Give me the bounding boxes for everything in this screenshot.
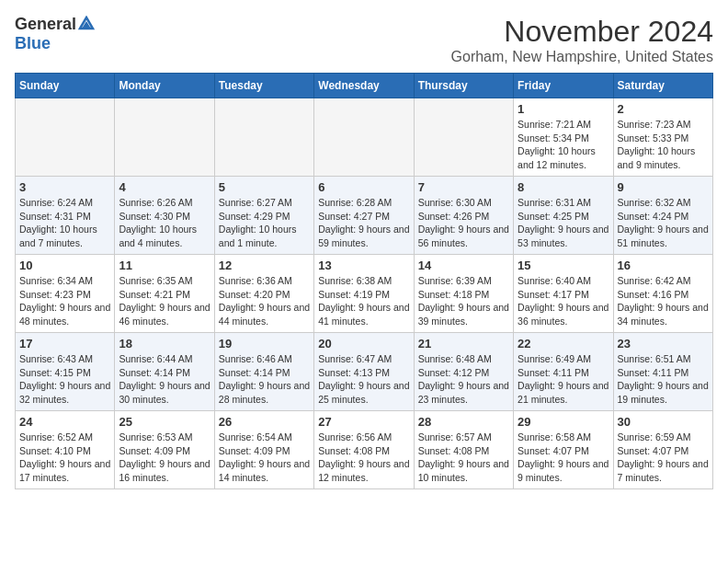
calendar-cell: 8Sunrise: 6:31 AM Sunset: 4:25 PM Daylig… xyxy=(514,177,613,255)
calendar-cell: 23Sunrise: 6:51 AM Sunset: 4:11 PM Dayli… xyxy=(613,333,712,411)
calendar-cell: 3Sunrise: 6:24 AM Sunset: 4:31 PM Daylig… xyxy=(16,177,115,255)
weekday-header-monday: Monday xyxy=(115,74,214,98)
day-info: Sunrise: 6:52 AM Sunset: 4:10 PM Dayligh… xyxy=(19,431,110,485)
calendar-cell: 25Sunrise: 6:53 AM Sunset: 4:09 PM Dayli… xyxy=(115,411,214,489)
logo-general-text: General xyxy=(15,15,76,34)
day-info: Sunrise: 6:26 AM Sunset: 4:30 PM Dayligh… xyxy=(119,196,210,250)
calendar-week-row: 10Sunrise: 6:34 AM Sunset: 4:23 PM Dayli… xyxy=(16,255,713,333)
day-number: 24 xyxy=(19,415,110,429)
calendar-cell: 11Sunrise: 6:35 AM Sunset: 4:21 PM Dayli… xyxy=(115,255,214,333)
day-number: 19 xyxy=(219,337,310,350)
day-info: Sunrise: 6:47 AM Sunset: 4:13 PM Dayligh… xyxy=(318,352,409,407)
day-info: Sunrise: 6:59 AM Sunset: 4:07 PM Dayligh… xyxy=(618,431,709,485)
weekday-header-friday: Friday xyxy=(514,74,613,98)
day-info: Sunrise: 6:27 AM Sunset: 4:29 PM Dayligh… xyxy=(219,196,310,250)
day-info: Sunrise: 6:24 AM Sunset: 4:31 PM Dayligh… xyxy=(19,196,110,250)
logo: General Blue xyxy=(15,15,95,53)
day-info: Sunrise: 6:46 AM Sunset: 4:14 PM Dayligh… xyxy=(219,352,310,407)
day-number: 17 xyxy=(19,337,110,350)
month-title: November 2024 xyxy=(451,15,713,49)
weekday-header-sunday: Sunday xyxy=(16,74,115,98)
calendar-cell: 12Sunrise: 6:36 AM Sunset: 4:20 PM Dayli… xyxy=(214,255,313,333)
calendar-cell: 13Sunrise: 6:38 AM Sunset: 4:19 PM Dayli… xyxy=(314,255,414,333)
calendar-week-row: 17Sunrise: 6:43 AM Sunset: 4:15 PM Dayli… xyxy=(16,333,713,411)
day-number: 12 xyxy=(219,259,310,272)
day-number: 27 xyxy=(318,415,409,429)
calendar-cell: 18Sunrise: 6:44 AM Sunset: 4:14 PM Dayli… xyxy=(115,333,214,411)
calendar-cell: 15Sunrise: 6:40 AM Sunset: 4:17 PM Dayli… xyxy=(514,255,613,333)
weekday-header-row: SundayMondayTuesdayWednesdayThursdayFrid… xyxy=(16,74,713,98)
calendar-cell: 19Sunrise: 6:46 AM Sunset: 4:14 PM Dayli… xyxy=(214,333,313,411)
calendar-cell: 24Sunrise: 6:52 AM Sunset: 4:10 PM Dayli… xyxy=(16,411,115,489)
calendar-week-row: 1Sunrise: 7:21 AM Sunset: 5:34 PM Daylig… xyxy=(16,98,713,177)
day-number: 15 xyxy=(518,259,609,272)
day-number: 28 xyxy=(418,415,509,429)
calendar-cell: 4Sunrise: 6:26 AM Sunset: 4:30 PM Daylig… xyxy=(115,177,214,255)
weekday-header-tuesday: Tuesday xyxy=(214,74,313,98)
day-info: Sunrise: 6:44 AM Sunset: 4:14 PM Dayligh… xyxy=(119,352,210,407)
day-number: 3 xyxy=(19,180,110,194)
day-info: Sunrise: 6:31 AM Sunset: 4:25 PM Dayligh… xyxy=(518,196,609,250)
day-info: Sunrise: 6:42 AM Sunset: 4:16 PM Dayligh… xyxy=(618,274,709,328)
calendar-cell: 1Sunrise: 7:21 AM Sunset: 5:34 PM Daylig… xyxy=(514,98,613,177)
day-number: 21 xyxy=(418,337,509,350)
day-info: Sunrise: 6:34 AM Sunset: 4:23 PM Dayligh… xyxy=(19,274,110,328)
day-number: 7 xyxy=(418,180,509,194)
day-number: 22 xyxy=(518,337,609,350)
day-info: Sunrise: 6:49 AM Sunset: 4:11 PM Dayligh… xyxy=(518,352,609,407)
calendar-cell xyxy=(16,98,115,177)
day-info: Sunrise: 6:58 AM Sunset: 4:07 PM Dayligh… xyxy=(518,431,609,485)
logo-blue-text: Blue xyxy=(15,34,51,52)
day-info: Sunrise: 6:40 AM Sunset: 4:17 PM Dayligh… xyxy=(518,274,609,328)
calendar-cell: 9Sunrise: 6:32 AM Sunset: 4:24 PM Daylig… xyxy=(613,177,712,255)
page-header: General Blue November 2024 Gorham, New H… xyxy=(15,15,713,65)
day-number: 29 xyxy=(518,415,609,429)
calendar-cell: 28Sunrise: 6:57 AM Sunset: 4:08 PM Dayli… xyxy=(414,411,513,489)
day-number: 26 xyxy=(219,415,310,429)
title-section: November 2024 Gorham, New Hampshire, Uni… xyxy=(451,15,713,65)
calendar-cell xyxy=(414,98,513,177)
calendar-cell: 16Sunrise: 6:42 AM Sunset: 4:16 PM Dayli… xyxy=(613,255,712,333)
calendar-cell: 2Sunrise: 7:23 AM Sunset: 5:33 PM Daylig… xyxy=(613,98,712,177)
calendar-table: SundayMondayTuesdayWednesdayThursdayFrid… xyxy=(15,73,713,489)
calendar-cell: 29Sunrise: 6:58 AM Sunset: 4:07 PM Dayli… xyxy=(514,411,613,489)
day-info: Sunrise: 7:23 AM Sunset: 5:33 PM Dayligh… xyxy=(618,118,709,172)
weekday-header-wednesday: Wednesday xyxy=(314,74,414,98)
calendar-cell: 17Sunrise: 6:43 AM Sunset: 4:15 PM Dayli… xyxy=(16,333,115,411)
day-info: Sunrise: 6:38 AM Sunset: 4:19 PM Dayligh… xyxy=(318,274,409,328)
day-number: 16 xyxy=(618,259,709,272)
day-number: 6 xyxy=(318,180,409,194)
calendar-cell: 20Sunrise: 6:47 AM Sunset: 4:13 PM Dayli… xyxy=(314,333,414,411)
calendar-cell: 7Sunrise: 6:30 AM Sunset: 4:26 PM Daylig… xyxy=(414,177,513,255)
day-info: Sunrise: 6:54 AM Sunset: 4:09 PM Dayligh… xyxy=(219,431,310,485)
day-info: Sunrise: 6:43 AM Sunset: 4:15 PM Dayligh… xyxy=(19,352,110,407)
day-info: Sunrise: 6:48 AM Sunset: 4:12 PM Dayligh… xyxy=(418,352,509,407)
day-info: Sunrise: 6:39 AM Sunset: 4:18 PM Dayligh… xyxy=(418,274,509,328)
day-number: 2 xyxy=(618,102,709,116)
day-info: Sunrise: 7:21 AM Sunset: 5:34 PM Dayligh… xyxy=(518,118,609,172)
day-number: 13 xyxy=(318,259,409,272)
calendar-cell: 6Sunrise: 6:28 AM Sunset: 4:27 PM Daylig… xyxy=(314,177,414,255)
weekday-header-thursday: Thursday xyxy=(414,74,513,98)
day-number: 5 xyxy=(219,180,310,194)
day-number: 14 xyxy=(418,259,509,272)
day-info: Sunrise: 6:35 AM Sunset: 4:21 PM Dayligh… xyxy=(119,274,210,328)
calendar-cell xyxy=(214,98,313,177)
calendar-week-row: 24Sunrise: 6:52 AM Sunset: 4:10 PM Dayli… xyxy=(16,411,713,489)
day-info: Sunrise: 6:57 AM Sunset: 4:08 PM Dayligh… xyxy=(418,431,509,485)
day-info: Sunrise: 6:28 AM Sunset: 4:27 PM Dayligh… xyxy=(318,196,409,250)
day-info: Sunrise: 6:56 AM Sunset: 4:08 PM Dayligh… xyxy=(318,431,409,485)
location-subtitle: Gorham, New Hampshire, United States xyxy=(451,49,713,65)
day-number: 23 xyxy=(618,337,709,350)
day-number: 20 xyxy=(318,337,409,350)
day-info: Sunrise: 6:30 AM Sunset: 4:26 PM Dayligh… xyxy=(418,196,509,250)
calendar-week-row: 3Sunrise: 6:24 AM Sunset: 4:31 PM Daylig… xyxy=(16,177,713,255)
logo-triangle-icon xyxy=(78,16,95,34)
day-number: 1 xyxy=(518,102,609,116)
calendar-cell: 27Sunrise: 6:56 AM Sunset: 4:08 PM Dayli… xyxy=(314,411,414,489)
calendar-cell: 14Sunrise: 6:39 AM Sunset: 4:18 PM Dayli… xyxy=(414,255,513,333)
calendar-cell: 21Sunrise: 6:48 AM Sunset: 4:12 PM Dayli… xyxy=(414,333,513,411)
day-number: 25 xyxy=(119,415,210,429)
day-info: Sunrise: 6:32 AM Sunset: 4:24 PM Dayligh… xyxy=(618,196,709,250)
day-number: 10 xyxy=(19,259,110,272)
